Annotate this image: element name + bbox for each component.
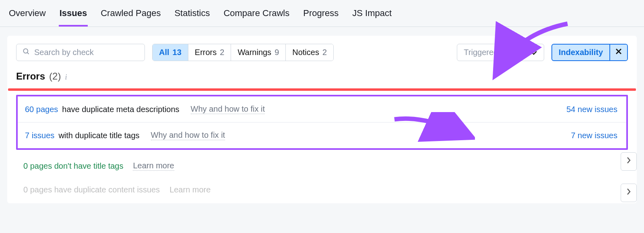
chevron-down-icon <box>530 48 537 57</box>
faded-row: 0 pages have duplicate content issues Le… <box>7 179 637 203</box>
section-label: Errors <box>16 71 45 82</box>
segment-notices[interactable]: Notices 2 <box>286 44 333 61</box>
chevron-right-icon <box>626 156 631 167</box>
filter-segments: All 13 Errors 2 Warnings 9 Notices 2 <box>152 44 334 61</box>
faded-row-text: 0 pages have duplicate content issues <box>23 185 160 194</box>
tab-js-impact[interactable]: JS Impact <box>351 6 392 27</box>
segment-warnings[interactable]: Warnings 9 <box>231 44 286 61</box>
issue-row[interactable]: 7 issues with duplicate title tags Why a… <box>18 122 626 148</box>
segment-errors[interactable]: Errors 2 <box>188 44 231 61</box>
learn-more-link[interactable]: Learn more <box>133 161 174 171</box>
segment-label: All <box>159 48 169 57</box>
segment-count: 9 <box>275 48 279 57</box>
triggered-checks-dropdown[interactable]: Triggered checks <box>457 44 544 61</box>
info-icon[interactable]: i <box>65 73 67 82</box>
tab-compare-crawls[interactable]: Compare Crawls <box>223 6 290 27</box>
segment-label: Notices <box>292 48 319 57</box>
dropdown-label: Triggered checks <box>464 48 525 57</box>
chevron-right-icon <box>626 188 631 198</box>
new-issues-count[interactable]: 7 new issues <box>571 131 617 140</box>
issue-link[interactable]: 60 pages <box>25 105 58 114</box>
segment-label: Errors <box>195 48 217 57</box>
new-issues-count[interactable]: 54 new issues <box>566 105 617 114</box>
filter-chip-label[interactable]: Indexability <box>552 45 609 60</box>
tab-issues[interactable]: Issues <box>59 6 88 27</box>
segment-count: 2 <box>220 48 224 57</box>
issue-link[interactable]: 7 issues <box>25 131 54 140</box>
why-and-how-link[interactable]: Why and how to fix it <box>191 104 265 114</box>
errors-divider <box>8 88 636 91</box>
issue-text: with duplicate title tags <box>58 131 139 140</box>
tab-progress[interactable]: Progress <box>302 6 339 27</box>
segment-count: 13 <box>173 48 182 57</box>
expand-row-button[interactable] <box>621 184 637 202</box>
close-icon <box>615 48 622 57</box>
svg-point-0 <box>23 49 28 53</box>
ok-row[interactable]: 0 pages don't have title tags Learn more <box>7 153 637 179</box>
tab-crawled-pages[interactable]: Crawled Pages <box>100 6 161 27</box>
errors-section-header: Errors (2) i <box>7 68 637 88</box>
ok-row-text: 0 pages don't have title tags <box>23 161 123 171</box>
why-and-how-link[interactable]: Why and how to fix it <box>151 131 225 140</box>
segment-all[interactable]: All 13 <box>153 44 188 61</box>
issue-row[interactable]: 60 pages have duplicate meta description… <box>18 96 626 122</box>
issue-text: have duplicate meta descriptions <box>62 105 179 114</box>
section-count: (2) <box>49 71 61 82</box>
active-filter-chip: Indexability Crawlability 25 Indexabilit… <box>551 44 628 61</box>
filter-chip-close[interactable] <box>609 45 627 60</box>
segment-label: Warnings <box>237 48 271 57</box>
expand-row-button[interactable] <box>621 152 637 171</box>
toolbar: All 13 Errors 2 Warnings 9 Notices 2 Tri… <box>7 36 637 68</box>
learn-more-link[interactable]: Learn more <box>169 185 211 194</box>
highlighted-issues-box: 60 pages have duplicate meta description… <box>16 95 628 150</box>
issues-panel: All 13 Errors 2 Warnings 9 Notices 2 Tri… <box>7 36 637 203</box>
search-input[interactable] <box>34 48 139 57</box>
svg-line-1 <box>27 53 29 54</box>
tab-overview[interactable]: Overview <box>8 6 47 27</box>
main-tabs: Overview Issues Crawled Pages Statistics… <box>0 0 644 27</box>
segment-count: 2 <box>322 48 327 57</box>
search-box[interactable] <box>16 44 145 61</box>
tab-statistics[interactable]: Statistics <box>173 6 211 27</box>
search-icon <box>22 47 30 57</box>
